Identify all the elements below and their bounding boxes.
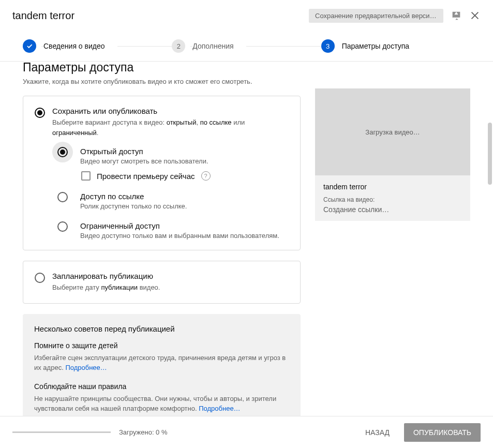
radio-wrap (52, 216, 73, 237)
tip-text: Не нарушайте принципы сообщества. Они ну… (34, 394, 289, 414)
radio-icon (57, 147, 68, 157)
schedule-card: Запланировать публикацию Выберите дату п… (23, 261, 301, 304)
content-area: Параметры доступа Укажите, когда вы хоти… (0, 62, 493, 419)
publish-button[interactable]: ОПУБЛИКОВАТЬ (404, 423, 481, 442)
save-status-badge: Сохранение предварительной версии… (309, 9, 443, 23)
radio-icon (35, 273, 45, 283)
radio-desc: Выберите дату публикации видео. (52, 282, 289, 293)
dialog-footer: Загружено: 0 % НАЗАД ОПУБЛИКОВАТЬ (0, 416, 493, 448)
step-extras[interactable]: 2 Дополнения (172, 39, 321, 53)
tips-card: Несколько советов перед публикацией Помн… (23, 314, 301, 419)
close-icon[interactable] (469, 10, 481, 21)
video-title: tandem terror (12, 10, 74, 22)
video-thumbnail-placeholder: Загрузка видео… (315, 88, 470, 175)
page-title: Параметры доступа (23, 62, 301, 74)
learn-more-link[interactable]: Подробнее… (199, 405, 240, 412)
upload-percent: Загружено: 0 % (119, 428, 168, 436)
step-label: Дополнения (192, 42, 246, 50)
option-body: Доступ по ссылке Ролик доступен только п… (80, 192, 289, 210)
page-subtitle: Укажите, когда вы хотите опубликовать ви… (23, 78, 301, 85)
premiere-checkbox-row: Провести премьеру сейчас ? (81, 171, 289, 181)
radio-icon (57, 221, 68, 232)
radio-wrap (52, 187, 73, 207)
preview-meta: tandem terror Ссылка на видео: Создание … (315, 175, 470, 221)
step-details[interactable]: Сведения о видео (23, 39, 172, 53)
checkmark-icon (23, 39, 36, 53)
schedule-radio[interactable]: Запланировать публикацию Выберите дату п… (35, 272, 289, 293)
premiere-checkbox[interactable] (81, 171, 91, 181)
visibility-unlisted[interactable]: Доступ по ссылке Ролик доступен только п… (57, 192, 289, 210)
step-number: 2 (172, 39, 185, 53)
radio-desc: Выберите вариант доступа к видео: открыт… (52, 117, 289, 138)
publish-now-radio[interactable]: Сохранить или опубликовать Выберите вари… (35, 107, 289, 240)
left-column: Параметры доступа Укажите, когда вы хоти… (23, 62, 301, 419)
preview-link-label: Ссылка на видео: (323, 196, 462, 203)
radio-icon (57, 192, 68, 202)
preview-video-title: tandem terror (323, 183, 462, 191)
option-title: Ограниченный доступ (80, 221, 289, 230)
radio-title: Запланировать публикацию (52, 272, 289, 280)
option-title: Доступ по ссылке (80, 192, 289, 201)
feedback-icon[interactable] (451, 10, 462, 21)
visibility-options: Открытый доступ Видео могут смотреть все… (52, 147, 289, 240)
step-label: Сведения о видео (43, 42, 117, 50)
visibility-private[interactable]: Ограниченный доступ Видео доступно тольк… (57, 221, 289, 240)
option-title: Открытый доступ (80, 147, 289, 156)
option-desc: Видео могут смотреть все пользователи. (80, 157, 289, 165)
help-icon[interactable]: ? (201, 171, 211, 181)
publish-card: Сохранить или опубликовать Выберите вари… (23, 96, 301, 250)
radio-wrap (52, 142, 73, 162)
step-number: 3 (321, 39, 335, 53)
step-label: Параметры доступа (342, 42, 422, 50)
upload-progress-bar (12, 431, 111, 433)
back-button[interactable]: НАЗАД (357, 423, 398, 442)
tips-title: Несколько советов перед публикацией (34, 324, 289, 333)
option-desc: Видео доступно только вам и выбранным ва… (80, 232, 289, 240)
right-column: Загрузка видео… tandem terror Ссылка на … (315, 62, 470, 419)
premiere-label: Провести премьеру сейчас (97, 172, 195, 181)
tip-text: Избегайте сцен эксплуатации детского тру… (34, 353, 289, 373)
radio-icon (35, 108, 45, 118)
radio-title: Сохранить или опубликовать (52, 107, 289, 115)
learn-more-link[interactable]: Подробнее… (65, 364, 107, 371)
footer-actions: НАЗАД ОПУБЛИКОВАТЬ (357, 423, 481, 442)
upload-status: Загружено: 0 % (12, 428, 168, 436)
preview-link-status: Создание ссылки… (323, 205, 462, 214)
stepper: Сведения о видео 2 Дополнения 3 Параметр… (0, 31, 493, 62)
header-actions: Сохранение предварительной версии… (309, 9, 481, 23)
scrollbar[interactable] (488, 123, 492, 385)
video-preview: Загрузка видео… tandem terror Ссылка на … (315, 88, 470, 221)
visibility-public[interactable]: Открытый доступ Видео могут смотреть все… (57, 147, 289, 181)
tip-heading: Помните о защите детей (34, 341, 289, 350)
scrollbar-thumb[interactable] (488, 123, 492, 185)
option-body: Открытый доступ Видео могут смотреть все… (80, 147, 289, 181)
option-body: Ограниченный доступ Видео доступно тольк… (80, 221, 289, 240)
dialog-header: tandem terror Сохранение предварительной… (0, 0, 493, 31)
option-desc: Ролик доступен только по ссылке. (80, 202, 289, 210)
step-visibility[interactable]: 3 Параметры доступа (321, 39, 470, 53)
radio-body: Запланировать публикацию Выберите дату п… (52, 272, 289, 293)
tip-heading: Соблюдайте наши правила (34, 382, 289, 391)
radio-body: Сохранить или опубликовать Выберите вари… (52, 107, 289, 240)
